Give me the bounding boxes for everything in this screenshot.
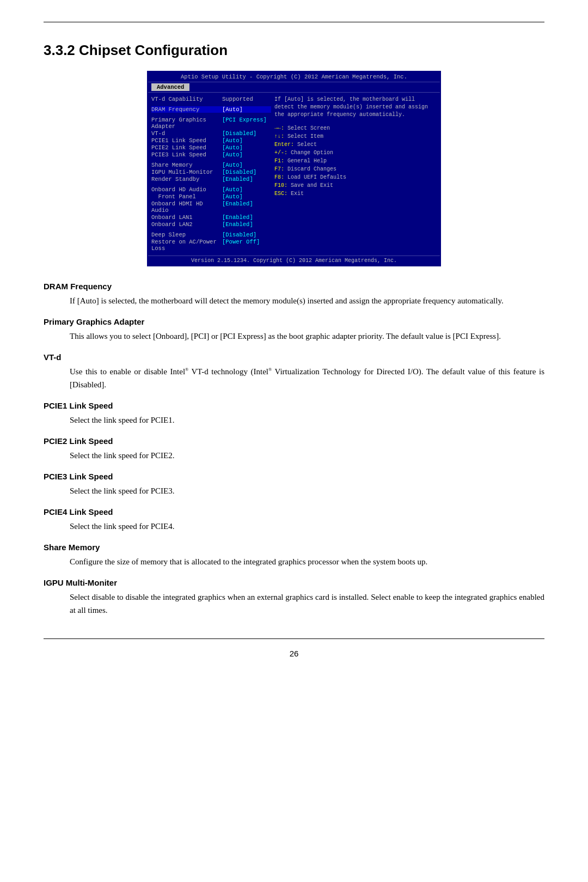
bios-legend: →←: Select Screen ↑↓: Select Item Enter:…	[274, 124, 437, 198]
heading-dram-frequency: DRAM Frequency	[44, 282, 544, 291]
bios-value-front-panel: [Auto]	[222, 193, 243, 200]
section-igpu: IGPU Multi-Moniter Select disable to dis…	[44, 578, 544, 617]
bios-row-pga: Primary Graphics Adapter [PCI Express]	[151, 117, 271, 130]
bios-label-render: Render Standby	[151, 176, 222, 183]
heading-vt-d: VT-d	[44, 352, 544, 362]
heading-pcie1: PCIE1 Link Speed	[44, 401, 544, 410]
text-vt-d: Use this to enable or disable Intel® VT-…	[70, 365, 544, 391]
bios-row-render: Render Standby [Enabled]	[151, 176, 271, 183]
bios-row-vtd: VT-d [Disabled]	[151, 130, 271, 137]
bios-value-render: [Enabled]	[222, 176, 253, 183]
text-pcie2: Select the link speed for PCIE2.	[70, 449, 544, 462]
text-share-memory: Configure the size of memory that is all…	[70, 555, 544, 568]
bios-row-hd-audio: Onboard HD Audio [Auto]	[151, 186, 271, 193]
heading-share-memory: Share Memory	[44, 543, 544, 552]
bios-value-sharemem: [Auto]	[222, 162, 243, 168]
section-pcie3: PCIE3 Link Speed Select the link speed f…	[44, 472, 544, 497]
heading-primary-graphics: Primary Graphics Adapter	[44, 317, 544, 326]
bios-help-text: If [Auto] is selected, the motherboard w…	[274, 96, 437, 119]
bios-label-deep-sleep: Deep Sleep	[151, 232, 222, 238]
bios-value-igpu: [Disabled]	[222, 169, 256, 175]
bios-tab-bar: Advanced	[148, 82, 440, 93]
bios-label-pga: Primary Graphics Adapter	[151, 117, 222, 130]
bios-value-pcie3: [Auto]	[222, 151, 243, 158]
section-primary-graphics: Primary Graphics Adapter This allows you…	[44, 317, 544, 343]
legend-key-change: +/-:	[274, 150, 287, 156]
legend-key-discard: F7:	[274, 166, 284, 172]
legend-key-load: F8:	[274, 174, 284, 180]
bios-row-lan1: Onboard LAN1 [Enabled]	[151, 214, 271, 221]
page-container: 3.3.2 Chipset Configuration Aptio Setup …	[0, 0, 588, 882]
legend-key-help: F1:	[274, 158, 284, 164]
legend-select-item: ↑↓: Select Item	[274, 132, 437, 141]
bios-label-pcie3: PCIE3 Link Speed	[151, 151, 222, 158]
top-rule	[44, 22, 544, 22]
bios-row-dram: DRAM Frequency [Auto]	[151, 106, 271, 113]
bios-row-hdmi-audio: Onboard HDMI HD Audio [Enabled]	[151, 200, 271, 214]
bios-row-pcie2: PCIE2 Link Speed [Auto]	[151, 144, 271, 151]
heading-pcie3: PCIE3 Link Speed	[44, 472, 544, 481]
bios-row-ac-power: Restore on AC/Power Loss [Power Off]	[151, 239, 271, 252]
bios-value-pcie1: [Auto]	[222, 137, 243, 144]
bottom-rule	[44, 638, 544, 639]
legend-key-enter: Enter:	[274, 142, 294, 148]
section-pcie1: PCIE1 Link Speed Select the link speed f…	[44, 401, 544, 427]
bios-label-dram: DRAM Frequency	[151, 106, 222, 113]
bios-label-hdmi-audio: Onboard HDMI HD Audio	[151, 200, 222, 214]
bios-value-deep-sleep: [Disabled]	[222, 232, 256, 238]
section-share-memory: Share Memory Configure the size of memor…	[44, 543, 544, 568]
bios-label-ac-power: Restore on AC/Power Loss	[151, 239, 222, 252]
bios-row-sharemem: Share Memory [Auto]	[151, 162, 271, 168]
bios-value-vtd-cap: Supported	[222, 96, 253, 102]
section-dram-frequency: DRAM Frequency If [Auto] is selected, th…	[44, 282, 544, 307]
section-pcie2: PCIE2 Link Speed Select the link speed f…	[44, 436, 544, 462]
bios-left-panel: VT-d Capability Supported DRAM Frequency…	[151, 96, 271, 252]
bios-value-lan1: [Enabled]	[222, 214, 253, 221]
text-pcie1: Select the link speed for PCIE1.	[70, 413, 544, 427]
text-pcie4: Select the link speed for PCIE4.	[70, 520, 544, 533]
legend-change: +/-: Change Option	[274, 149, 437, 157]
bios-label-pcie2: PCIE2 Link Speed	[151, 144, 222, 151]
bios-label-front-panel: Front Panel	[151, 193, 222, 200]
section-vt-d: VT-d Use this to enable or disable Intel…	[44, 352, 544, 391]
text-primary-graphics: This allows you to select [Onboard], [PC…	[70, 330, 544, 343]
legend-load: F8: Load UEFI Defaults	[274, 173, 437, 181]
bios-value-hd-audio: [Auto]	[222, 186, 243, 193]
legend-esc: ESC: Exit	[274, 190, 437, 198]
bios-value-ac-power: [Power Off]	[222, 239, 260, 252]
heading-pcie4: PCIE4 Link Speed	[44, 507, 544, 516]
bios-title-bar: Aptio Setup Utility - Copyright (C) 2012…	[148, 72, 440, 82]
text-pcie3: Select the link speed for PCIE3.	[70, 484, 544, 497]
legend-select-screen: →←: Select Screen	[274, 124, 437, 132]
bios-row-front-panel: Front Panel [Auto]	[151, 193, 271, 200]
bios-value-dram: [Auto]	[222, 106, 243, 113]
bios-value-pcie2: [Auto]	[222, 144, 243, 151]
bios-label-vtd: VT-d	[151, 130, 222, 137]
bios-screenshot: Aptio Setup Utility - Copyright (C) 2012…	[147, 71, 441, 266]
heading-pcie2: PCIE2 Link Speed	[44, 436, 544, 446]
legend-key-item: ↑↓:	[274, 133, 284, 139]
bios-label-vtd-cap: VT-d Capability	[151, 96, 222, 102]
bios-row-vtd-cap: VT-d Capability Supported	[151, 96, 271, 102]
bios-row-pcie3: PCIE3 Link Speed [Auto]	[151, 151, 271, 158]
bios-value-hdmi-audio: [Enabled]	[222, 200, 253, 214]
legend-enter: Enter: Select	[274, 141, 437, 149]
bios-footer: Version 2.15.1234. Copyright (C) 2012 Am…	[148, 256, 440, 265]
bios-body: VT-d Capability Supported DRAM Frequency…	[148, 93, 440, 256]
bios-label-igpu: IGPU Multi-Monitor	[151, 169, 222, 175]
legend-discard: F7: Discard Changes	[274, 165, 437, 173]
text-dram-frequency: If [Auto] is selected, the motherboard w…	[70, 294, 544, 307]
bios-row-deep-sleep: Deep Sleep [Disabled]	[151, 232, 271, 238]
bios-value-lan2: [Enabled]	[222, 221, 253, 228]
bios-label-lan2: Onboard LAN2	[151, 221, 222, 228]
page-title: 3.3.2 Chipset Configuration	[44, 42, 544, 59]
bios-row-lan2: Onboard LAN2 [Enabled]	[151, 221, 271, 228]
bios-label-hd-audio: Onboard HD Audio	[151, 186, 222, 193]
legend-key-esc: ESC:	[274, 191, 287, 197]
legend-help: F1: General Help	[274, 157, 437, 165]
legend-save: F10: Save and Exit	[274, 181, 437, 190]
bios-label-pcie1: PCIE1 Link Speed	[151, 137, 222, 144]
legend-key-save: F10:	[274, 183, 287, 188]
bios-label-sharemem: Share Memory	[151, 162, 222, 168]
bios-label-lan1: Onboard LAN1	[151, 214, 222, 221]
